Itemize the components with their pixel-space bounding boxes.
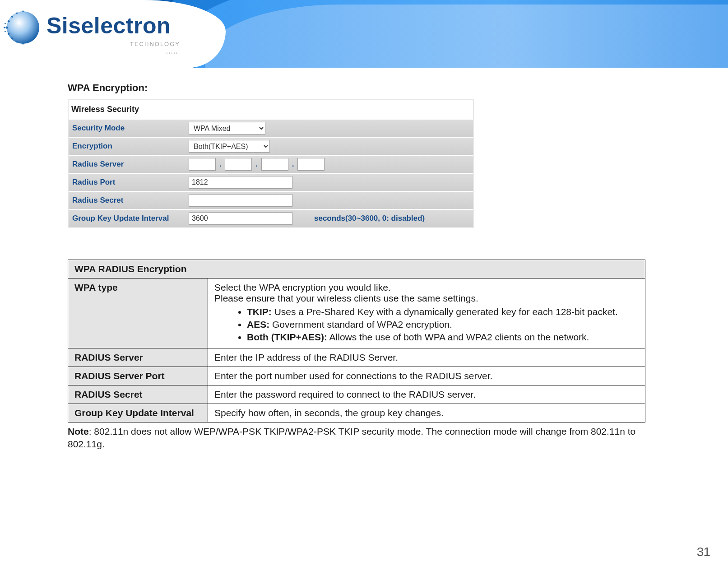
- row-desc: Enter the IP address of the RADIUS Serve…: [208, 348, 645, 367]
- label-encryption: Encryption: [69, 142, 189, 151]
- table-row: RADIUS Server Port Enter the port number…: [68, 367, 645, 385]
- footnote: Note: 802.11n does not allow WEP/WPA-PSK…: [68, 425, 645, 451]
- radius-ip-octet-4[interactable]: [297, 158, 325, 171]
- group-key-hint: seconds(30~3600, 0: disabled): [314, 214, 425, 223]
- row-desc: Select the WPA encryption you would like…: [208, 279, 645, 348]
- bullet-term: AES:: [247, 319, 269, 330]
- row-security-mode: Security Mode WPA Mixed: [69, 119, 473, 137]
- bullet-desc: Uses a Pre-Shared Key with a dynamically…: [272, 306, 618, 317]
- bullet-term: Both (TKIP+AES):: [247, 332, 327, 342]
- wireless-security-panel: Wireless Security Security Mode WPA Mixe…: [68, 99, 474, 228]
- brand-subtitle: TECHNOLOGY: [130, 41, 180, 47]
- section-heading: WPA Encryption:: [68, 82, 645, 94]
- list-item: AES: Government standard of WPA2 encrypt…: [247, 319, 639, 330]
- label-security-mode: Security Mode: [69, 124, 189, 133]
- row-lead: Please ensure that your wireless clients…: [214, 293, 639, 304]
- brand-logo: Siselectron TECHNOLOGY *****: [4, 5, 193, 59]
- label-radius-server: Radius Server: [69, 160, 189, 169]
- ip-sep: .: [255, 160, 257, 168]
- page-number: 31: [697, 545, 710, 559]
- svg-point-10: [4, 27, 5, 28]
- header-wave: [204, 5, 728, 68]
- page-content: WPA Encryption: Wireless Security Securi…: [68, 72, 645, 451]
- radius-port-input[interactable]: [189, 176, 292, 189]
- svg-point-2: [8, 20, 9, 22]
- security-mode-select[interactable]: WPA Mixed: [189, 122, 265, 135]
- ip-sep: .: [292, 160, 294, 168]
- svg-point-5: [11, 37, 13, 39]
- row-name: Group Key Update Interval: [68, 404, 208, 422]
- radius-ip-octet-1[interactable]: [189, 158, 216, 171]
- svg-point-4: [11, 16, 13, 18]
- row-desc: Specify how often, in seconds, the group…: [208, 404, 645, 422]
- row-radius-server: Radius Server . . .: [69, 155, 473, 173]
- row-encryption: Encryption Both(TKIP+AES): [69, 137, 473, 155]
- svg-point-6: [16, 12, 18, 14]
- panel-caption: Wireless Security: [69, 100, 473, 119]
- note-text: : 802.11n does not allow WEP/WPA-PSK TKI…: [68, 426, 635, 449]
- radius-ip-octet-3[interactable]: [261, 158, 288, 171]
- list-item: Both (TKIP+AES): Allows the use of both …: [247, 332, 639, 343]
- group-key-input[interactable]: [189, 212, 292, 225]
- table-row: RADIUS Secret Enter the password require…: [68, 385, 645, 404]
- svg-point-12: [5, 31, 6, 32]
- note-label: Note: [68, 426, 89, 436]
- bullet-desc: Government standard of WPA2 encryption.: [269, 319, 452, 330]
- label-radius-port: Radius Port: [69, 178, 189, 187]
- radius-secret-input[interactable]: [189, 194, 292, 207]
- row-lead: Select the WPA encryption you would like…: [214, 282, 639, 293]
- bullet-term: TKIP:: [247, 306, 272, 317]
- svg-point-8: [22, 10, 23, 12]
- table-row: Group Key Update Interval Specify how of…: [68, 404, 645, 422]
- list-item: TKIP: Uses a Pre-Shared Key with a dynam…: [247, 306, 639, 317]
- encryption-select[interactable]: Both(TKIP+AES): [189, 140, 270, 153]
- label-group-key: Group Key Update Interval: [69, 214, 189, 223]
- row-name: RADIUS Server: [68, 348, 208, 367]
- row-name: RADIUS Secret: [68, 385, 208, 404]
- svg-point-3: [8, 33, 9, 35]
- row-radius-secret: Radius Secret: [69, 191, 473, 209]
- row-name: WPA type: [68, 279, 208, 348]
- table-header: WPA RADIUS Encryption: [68, 260, 645, 279]
- ip-sep: .: [219, 160, 221, 168]
- label-radius-secret: Radius Secret: [69, 196, 189, 205]
- row-bullets: TKIP: Uses a Pre-Shared Key with a dynam…: [214, 306, 639, 343]
- page-header: Siselectron TECHNOLOGY *****: [0, 0, 728, 68]
- brand-decor-dots: *****: [166, 52, 178, 57]
- radius-ip-octet-2[interactable]: [225, 158, 252, 171]
- bullet-desc: Allows the use of both WPA and WPA2 clie…: [327, 332, 589, 342]
- svg-point-1: [5, 26, 8, 28]
- svg-point-9: [22, 43, 23, 45]
- row-desc: Enter the port number used for connectio…: [208, 367, 645, 385]
- row-desc: Enter the password required to connect t…: [208, 385, 645, 404]
- row-name: RADIUS Server Port: [68, 367, 208, 385]
- table-row: RADIUS Server Enter the IP address of th…: [68, 348, 645, 367]
- svg-point-7: [16, 41, 18, 42]
- svg-point-11: [5, 23, 6, 24]
- row-group-key: Group Key Update Interval seconds(30~360…: [69, 209, 473, 227]
- explanation-table: WPA RADIUS Encryption WPA type Select th…: [68, 260, 645, 422]
- logo-orb-icon: [4, 8, 42, 47]
- row-radius-port: Radius Port: [69, 173, 473, 191]
- table-row: WPA type Select the WPA encryption you w…: [68, 279, 645, 348]
- brand-name: Siselectron: [46, 13, 171, 39]
